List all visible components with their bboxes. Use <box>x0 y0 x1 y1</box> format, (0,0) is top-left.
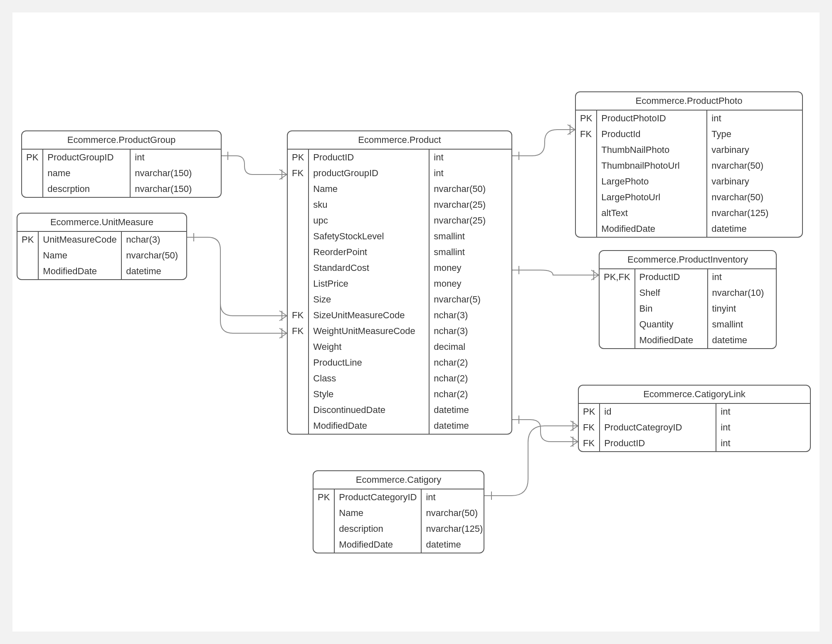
column-type: nvarchar(25) <box>429 213 511 229</box>
column-row: upcnvarchar(25) <box>288 213 511 229</box>
column-row: skunvarchar(25) <box>288 197 511 213</box>
column-name: id <box>600 404 716 420</box>
column-type: nchar(2) <box>429 371 511 386</box>
column-key <box>288 339 309 355</box>
column-row: Namenvarchar(50) <box>288 181 511 197</box>
column-key: FK <box>579 420 600 435</box>
column-name: ProductLine <box>309 355 429 371</box>
column-name: ModifiedDate <box>309 418 429 434</box>
column-type: nvarchar(25) <box>429 197 511 213</box>
column-row: descriptionnvarchar(125) <box>314 521 484 537</box>
column-name: Weight <box>309 339 429 355</box>
column-row: ModifiedDatedatetime <box>17 263 186 279</box>
column-key: FK <box>288 323 309 339</box>
column-key <box>288 371 309 386</box>
column-row: altTextnvarchar(125) <box>576 205 802 221</box>
entity-catigory-link[interactable]: Ecommerce.CatigoryLink PKidintFKProductC… <box>578 385 811 452</box>
column-type: decimal <box>429 339 511 355</box>
column-key <box>288 355 309 371</box>
entity-product-photo[interactable]: Ecommerce.ProductPhoto PKProductPhotoIDi… <box>575 91 803 238</box>
column-type: nchar(2) <box>429 355 511 371</box>
column-name: LargePhotoUrl <box>597 189 707 205</box>
column-name: ProductID <box>600 435 716 451</box>
column-key: FK <box>579 435 600 451</box>
entity-columns: PKidintFKProductCategroyIDintFKProductID… <box>579 404 810 451</box>
column-key <box>576 158 597 174</box>
column-key <box>288 197 309 213</box>
column-key: PK <box>576 111 597 126</box>
column-name: DiscontinuedDate <box>309 402 429 418</box>
column-name: ProductPhotoID <box>597 111 707 126</box>
column-name: upc <box>309 213 429 229</box>
column-type: nvarchar(5) <box>429 292 511 307</box>
column-row: FKSizeUnitMeasureCodenchar(3) <box>288 307 511 323</box>
column-key: PK <box>288 150 309 165</box>
column-name: ProductCategoryID <box>334 489 421 505</box>
column-key: FK <box>288 165 309 181</box>
column-key <box>288 386 309 402</box>
column-row: Sizenvarchar(5) <box>288 292 511 307</box>
column-name: name <box>43 165 130 181</box>
column-key <box>288 292 309 307</box>
column-key <box>22 165 43 181</box>
column-type: nvarchar(50) <box>707 189 802 205</box>
column-key <box>576 142 597 158</box>
column-type: int <box>716 404 810 420</box>
column-row: DiscontinuedDatedatetime <box>288 402 511 418</box>
column-name: ProductCategroyID <box>600 420 716 435</box>
column-type: smallint <box>429 229 511 244</box>
column-type: int <box>429 150 511 165</box>
column-type: int <box>716 435 810 451</box>
column-key <box>576 174 597 189</box>
column-type: nvarchar(150) <box>130 181 221 197</box>
column-row: Classnchar(2) <box>288 371 511 386</box>
column-name: sku <box>309 197 429 213</box>
entity-product[interactable]: Ecommerce.Product PKProductIDintFKproduc… <box>287 130 512 435</box>
column-name: ProductID <box>635 269 708 285</box>
column-row: Stylenchar(2) <box>288 386 511 402</box>
entity-unit-measure[interactable]: Ecommerce.UnitMeasure PKUnitMeasureCoden… <box>17 213 187 280</box>
column-row: PK,FKProductIDint <box>600 269 776 285</box>
column-type: nchar(2) <box>429 386 511 402</box>
column-key <box>600 301 635 317</box>
column-type: nvarchar(50) <box>421 505 484 521</box>
column-name: ModifiedDate <box>597 221 707 237</box>
entity-catigory[interactable]: Ecommerce.Catigory PKProductCategoryIDin… <box>313 470 484 553</box>
column-type: int <box>130 150 221 165</box>
entity-product-inventory[interactable]: Ecommerce.ProductInventory PK,FKProductI… <box>599 250 777 349</box>
column-type: datetime <box>707 221 802 237</box>
column-row: FKProductIDint <box>579 435 810 451</box>
column-type: nvarchar(50) <box>121 248 186 263</box>
column-key <box>288 229 309 244</box>
entity-columns: PKUnitMeasureCodenchar(3)Namenvarchar(50… <box>17 232 186 279</box>
erd-canvas: Ecommerce.ProductGroup PKProductGroupIDi… <box>12 12 820 632</box>
entity-product-group[interactable]: Ecommerce.ProductGroup PKProductGroupIDi… <box>21 130 222 198</box>
column-row: SafetyStockLevelsmallint <box>288 229 511 244</box>
column-name: Size <box>309 292 429 307</box>
column-type: tinyint <box>708 301 776 317</box>
column-name: SizeUnitMeasureCode <box>309 307 429 323</box>
column-row: ReorderPointsmallint <box>288 244 511 260</box>
column-name: Bin <box>635 301 708 317</box>
column-type: smallint <box>429 244 511 260</box>
column-name: Style <box>309 386 429 402</box>
column-name: StandardCost <box>309 260 429 276</box>
column-type: nchar(3) <box>429 323 511 339</box>
column-row: PKProductGroupIDint <box>22 150 221 165</box>
column-name: ModifiedDate <box>334 537 421 553</box>
column-name: description <box>334 521 421 537</box>
column-type: varbinary <box>707 142 802 158</box>
column-name: ReorderPoint <box>309 244 429 260</box>
column-row: StandardCostmoney <box>288 260 511 276</box>
column-key <box>22 181 43 197</box>
column-type: datetime <box>429 402 511 418</box>
column-type: datetime <box>421 537 484 553</box>
column-row: LargePhotoUrlnvarchar(50) <box>576 189 802 205</box>
column-type: smallint <box>708 317 776 332</box>
column-type: nvarchar(150) <box>130 165 221 181</box>
column-row: FKWeightUnitMeasureCodenchar(3) <box>288 323 511 339</box>
column-type: Type <box>707 126 802 142</box>
column-row: ModifiedDatedatetime <box>314 537 484 553</box>
column-row: Weightdecimal <box>288 339 511 355</box>
column-name: ThumbNailPhoto <box>597 142 707 158</box>
